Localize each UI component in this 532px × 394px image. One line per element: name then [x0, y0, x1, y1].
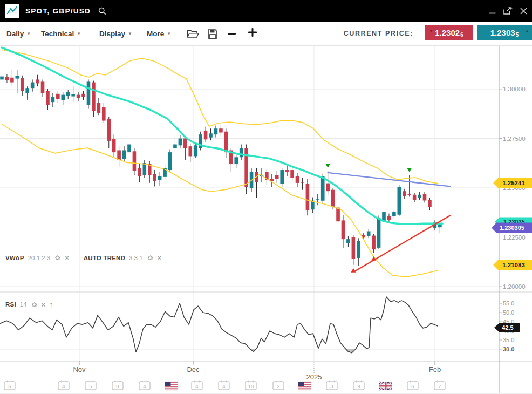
calendar-event-icon[interactable]: 4	[192, 381, 202, 390]
candle-body	[179, 139, 182, 146]
calendar-day-number: 4	[143, 383, 146, 389]
calendar-event-icon[interactable]: 4	[219, 381, 229, 390]
open-folder-icon[interactable]	[187, 29, 199, 40]
price-axis-label: 1.30000	[503, 86, 526, 92]
calendar-event-icon[interactable]: 2	[273, 381, 284, 390]
zoom-out-icon[interactable]	[227, 30, 237, 40]
candle-body	[92, 83, 96, 111]
candle-body	[0, 77, 4, 80]
vwap-value-badge: 1.230305	[492, 223, 532, 233]
rsi-remove-icon[interactable]: ×	[42, 301, 46, 308]
candle-body	[5, 77, 9, 80]
auto-trend-params: 3 3 1	[129, 255, 143, 261]
rsi-indicator-labels: RSI 14 × ↑	[5, 301, 53, 308]
rsi-axis-label: 35.0	[503, 337, 514, 343]
candle-body	[413, 195, 417, 200]
arrow-up-icon: ▲	[525, 23, 529, 39]
rsi-move-up-icon[interactable]: ↑	[49, 301, 53, 308]
ask-price-badge: 1.23035▲	[477, 25, 532, 40]
vwap-settings-gear-icon[interactable]	[54, 254, 61, 261]
candle-body	[306, 184, 310, 210]
candle-body	[71, 94, 75, 97]
calendar-event-icon[interactable]: 10	[245, 381, 256, 390]
auto-trend-settings-gear-icon[interactable]	[147, 254, 154, 261]
candle-body	[117, 150, 121, 160]
price-axis-label: 1.27500	[503, 135, 526, 142]
minimize-button[interactable]	[488, 7, 496, 15]
calendar-day-number: 3	[330, 383, 333, 389]
candle-body	[326, 184, 330, 192]
candle-body	[367, 232, 371, 236]
zoom-in-icon[interactable]	[247, 27, 258, 40]
buy-signal-triangle-icon	[351, 268, 356, 273]
month-label: Nov	[73, 365, 86, 373]
candle-body	[418, 195, 421, 198]
resistance-trend-line	[328, 173, 451, 187]
search-icon[interactable]	[98, 6, 107, 16]
candle-body	[87, 81, 91, 105]
current-price-label: CURRENT PRICE:	[344, 22, 413, 46]
candle-body	[290, 170, 294, 178]
candle-body	[403, 191, 406, 196]
instrument-title: SPOT, GBP/USD	[25, 7, 91, 15]
candle-body	[168, 152, 172, 170]
vwap-remove-icon[interactable]: ×	[65, 254, 69, 261]
lower-band-value-badge: 1.21083	[493, 260, 532, 270]
candle-body	[112, 139, 116, 152]
chevron-down-icon: ▼	[167, 31, 171, 36]
calendar-day-number: 6	[8, 383, 11, 389]
rsi-settings-gear-icon[interactable]	[31, 301, 38, 308]
candle-body	[16, 76, 19, 79]
rsi-params: 14	[20, 301, 27, 308]
technical-menu[interactable]: Technical▼	[41, 22, 81, 46]
candle-body	[97, 103, 101, 113]
calendar-day-number: 4	[222, 383, 225, 389]
rsi-axis-label: 50.0	[503, 309, 514, 316]
calendar-event-icon[interactable]: 5	[85, 381, 96, 390]
price-axis-label: 1.22500	[503, 234, 526, 241]
us-flag-icon[interactable]	[165, 382, 178, 390]
rsi-label: RSI	[5, 301, 16, 308]
chevron-down-icon: ▼	[77, 31, 81, 36]
candle-body	[51, 97, 55, 102]
upper-band-value-badge: 1.25241	[493, 178, 532, 188]
save-icon[interactable]	[207, 29, 218, 42]
calendar-event-icon[interactable]: 8	[112, 381, 123, 390]
calendar-event-icon[interactable]: 6	[407, 381, 418, 390]
calendar-day-number: 2	[277, 383, 279, 389]
more-menu[interactable]: More▼	[147, 22, 171, 46]
candle-body	[143, 163, 147, 175]
candle-body	[336, 208, 340, 222]
calendar-event-icon[interactable]: 4	[58, 381, 69, 390]
display-menu[interactable]: Display▼	[99, 22, 132, 46]
app-logo-icon	[5, 4, 19, 18]
calendar-event-icon[interactable]: 4	[139, 381, 150, 390]
popout-button[interactable]	[503, 6, 513, 15]
rsi-axis-label: 55.0	[503, 300, 514, 307]
candle-body	[31, 83, 35, 89]
month-label: 2025	[306, 373, 322, 381]
sell-signal-triangle-icon	[407, 168, 412, 172]
chart-canvas[interactable]: 1.300001.275001.250001.225001.2000055.05…	[0, 0, 532, 394]
us-flag-icon[interactable]	[298, 382, 311, 390]
calendar-event-icon[interactable]: 9	[353, 381, 364, 390]
calendar-event-icon[interactable]: 7	[434, 381, 445, 390]
candle-body	[214, 128, 218, 134]
calendar-event-icon[interactable]: 6	[4, 381, 15, 390]
calendar-day-number: 7	[438, 383, 441, 389]
overlay-indicator-labels: VWAP 20 1 2 3 × AUTO TREND 3 3 1 ×	[5, 254, 161, 261]
candle-body	[407, 194, 411, 195]
timeframe-menu[interactable]: Daily▼	[6, 22, 31, 46]
candle-body	[127, 144, 131, 152]
candle-body	[377, 218, 381, 248]
vwap-value-badge-text: 1.230305	[500, 225, 524, 231]
calendar-event-icon[interactable]: 3	[326, 381, 337, 390]
upper-bollinger-band	[2, 50, 438, 184]
candle-body	[387, 216, 391, 220]
rsi-value-badge: 42.5	[494, 323, 520, 332]
candle-body	[331, 190, 335, 207]
uk-flag-icon[interactable]	[379, 382, 392, 390]
candle-body	[56, 94, 60, 99]
close-icon[interactable]	[520, 7, 528, 15]
auto-trend-remove-icon[interactable]: ×	[158, 254, 162, 261]
